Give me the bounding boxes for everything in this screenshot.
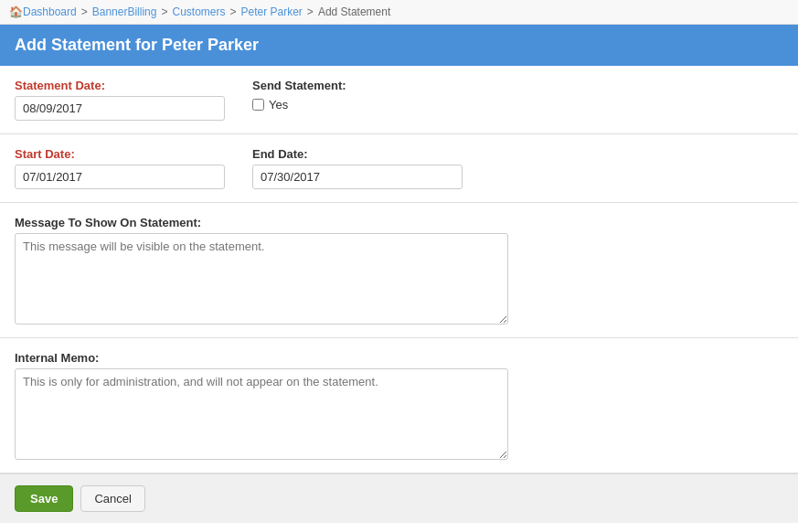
breadcrumb: 🏠 Dashboard > BannerBilling > Customers … bbox=[0, 0, 798, 25]
save-button[interactable]: Save bbox=[15, 485, 73, 512]
section-statement-date: Statement Date: Send Statement: Yes bbox=[0, 66, 798, 134]
breadcrumb-customers[interactable]: Customers bbox=[172, 5, 225, 18]
send-statement-label: Send Statement: bbox=[252, 79, 346, 92]
send-statement-checkbox[interactable] bbox=[252, 99, 264, 111]
breadcrumb-sep-3: > bbox=[229, 5, 236, 18]
breadcrumb-sep-1: > bbox=[81, 5, 88, 18]
send-statement-group: Send Statement: Yes bbox=[252, 79, 346, 112]
home-icon: 🏠 bbox=[9, 5, 23, 18]
breadcrumb-current: Add Statement bbox=[318, 5, 390, 18]
breadcrumb-sep-4: > bbox=[307, 5, 314, 18]
start-date-group: Start Date: bbox=[15, 147, 225, 189]
internal-memo-group: Internal Memo: bbox=[15, 351, 783, 460]
section-internal-memo: Internal Memo: bbox=[0, 338, 798, 473]
statement-date-label: Statement Date: bbox=[15, 79, 225, 92]
form-footer: Save Cancel bbox=[0, 473, 798, 523]
end-date-input[interactable] bbox=[252, 165, 463, 189]
end-date-group: End Date: bbox=[252, 147, 463, 189]
page-header: Add Statement for Peter Parker bbox=[0, 25, 798, 66]
start-date-input[interactable] bbox=[15, 165, 225, 189]
message-textarea[interactable] bbox=[15, 233, 508, 325]
send-statement-yes-label: Yes bbox=[269, 98, 288, 112]
cancel-button[interactable]: Cancel bbox=[80, 485, 144, 512]
message-group: Message To Show On Statement: bbox=[15, 216, 783, 325]
breadcrumb-peter-parker[interactable]: Peter Parker bbox=[241, 5, 303, 18]
send-statement-checkbox-row: Yes bbox=[252, 98, 346, 112]
add-statement-form: Statement Date: Send Statement: Yes Star… bbox=[0, 66, 798, 523]
section-message: Message To Show On Statement: bbox=[0, 203, 798, 338]
section-dates: Start Date: End Date: bbox=[0, 134, 798, 203]
page-title: Add Statement for Peter Parker bbox=[15, 36, 259, 54]
breadcrumb-bannerbilling[interactable]: BannerBilling bbox=[92, 5, 157, 18]
end-date-label: End Date: bbox=[252, 147, 463, 161]
breadcrumb-dashboard[interactable]: Dashboard bbox=[23, 5, 77, 18]
internal-memo-label: Internal Memo: bbox=[15, 351, 783, 365]
message-label: Message To Show On Statement: bbox=[15, 216, 783, 229]
statement-date-input[interactable] bbox=[15, 96, 225, 121]
breadcrumb-sep-2: > bbox=[161, 5, 167, 18]
internal-memo-textarea[interactable] bbox=[15, 368, 508, 460]
start-date-label: Start Date: bbox=[15, 147, 225, 161]
statement-date-group: Statement Date: bbox=[15, 79, 225, 121]
